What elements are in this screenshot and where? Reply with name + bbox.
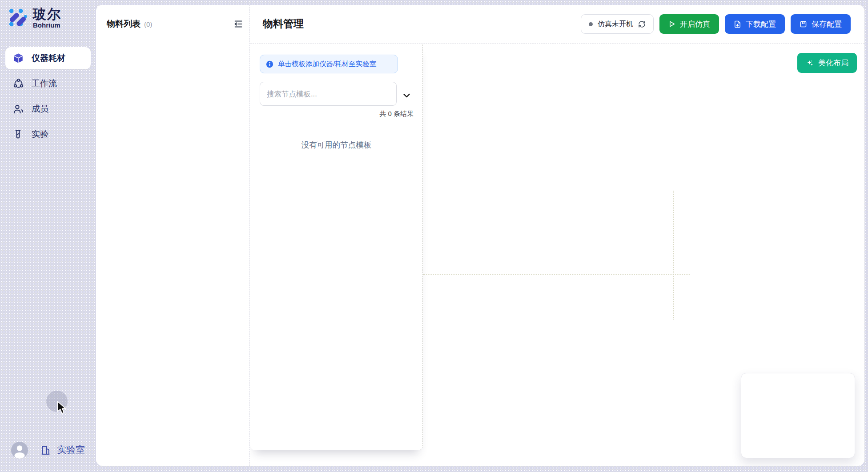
beautify-layout-button[interactable]: 美化布局 [797, 53, 857, 73]
header-actions: 仿真未开机 开启仿真 [581, 14, 851, 34]
bohrium-logo-icon [8, 7, 28, 28]
workflow-icon [12, 78, 24, 89]
status-dot-icon [589, 22, 593, 26]
play-icon [668, 20, 675, 28]
search-input[interactable] [260, 82, 397, 106]
user-avatar[interactable] [11, 442, 28, 459]
sidebar-item-instruments[interactable]: 仪器耗材 [5, 47, 91, 69]
sidebar-item-workflow[interactable]: 工作流 [5, 72, 91, 95]
sidebar-item-label: 工作流 [32, 78, 57, 89]
cube-icon [12, 52, 24, 64]
start-sim-button[interactable]: 开启仿真 [659, 14, 719, 34]
sim-status-text: 仿真未开机 [598, 20, 633, 29]
result-count: 共 0 条结果 [379, 110, 414, 118]
brand-name-zh: 玻尔 [33, 7, 61, 21]
sparkles-icon [806, 59, 814, 67]
node-template-panel: 单击模板添加仪器/耗材至实验室 共 0 条结果 没有可用的节点模板 [250, 44, 423, 450]
save-icon [800, 20, 807, 28]
sidebar-item-experiments[interactable]: 实验 [5, 123, 91, 145]
main-card: 物料列表(0) 物料管理 仿真未开机 [96, 5, 864, 466]
file-download-icon [734, 20, 741, 28]
material-list-title: 物料列表(0) [107, 18, 152, 30]
members-icon [12, 103, 24, 115]
lab-entry-label: 实验室 [57, 444, 85, 456]
canvas-guide-vertical [673, 191, 674, 320]
save-config-button[interactable]: 保存配置 [791, 14, 851, 34]
brand-name-en: Bohrium [33, 21, 61, 29]
work-header: 物料管理 仿真未开机 开启仿真 [250, 5, 864, 44]
building-icon [40, 444, 51, 456]
chevron-down-icon[interactable] [402, 91, 411, 100]
menu-fold-icon[interactable] [233, 18, 244, 30]
empty-templates-text: 没有可用的节点模板 [250, 140, 422, 150]
canvas-guide-horizontal [423, 274, 690, 275]
material-list-count: (0) [144, 20, 152, 28]
sidebar-item-label: 仪器耗材 [32, 52, 65, 64]
template-hint-banner: 单击模板添加仪器/耗材至实验室 [260, 55, 398, 73]
test-tube-icon [12, 128, 24, 140]
sim-status-pill: 仿真未开机 [581, 14, 654, 34]
sidebar-item-members[interactable]: 成员 [5, 98, 91, 120]
sidebar: 玻尔 Bohrium 仪器耗材 [0, 0, 96, 472]
download-config-button[interactable]: 下载配置 [725, 14, 785, 34]
refresh-icon[interactable] [638, 20, 646, 28]
mouse-cursor [56, 401, 66, 414]
lab-entry[interactable]: 实验室 [40, 444, 85, 456]
info-icon [266, 60, 273, 68]
page-title: 物料管理 [263, 17, 304, 31]
app-screen: 玻尔 Bohrium 仪器耗材 [0, 0, 868, 472]
sidebar-nav: 仪器耗材 工作流 [5, 47, 91, 148]
sidebar-item-label: 成员 [32, 103, 48, 115]
brand-logo: 玻尔 Bohrium [8, 7, 61, 29]
lab-canvas[interactable]: 单击模板添加仪器/耗材至实验室 共 0 条结果 没有可用的节点模板 [250, 44, 864, 466]
template-hint-text: 单击模板添加仪器/耗材至实验室 [278, 60, 376, 69]
minimap[interactable] [741, 373, 855, 458]
sidebar-item-label: 实验 [32, 128, 48, 140]
material-list-panel: 物料列表(0) [96, 5, 250, 466]
